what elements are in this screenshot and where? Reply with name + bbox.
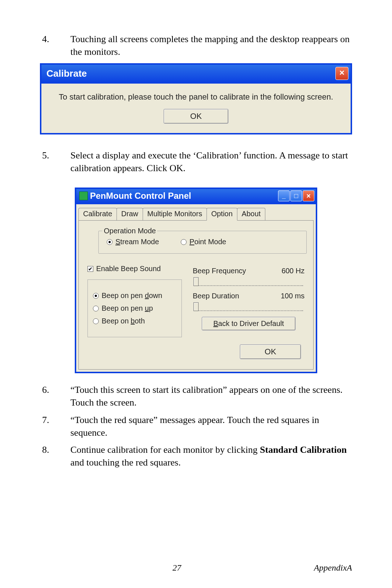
step-5-text: Select a display and execute the ‘Calibr… [70, 149, 352, 174]
calibrate-dialog-message: To start calibration, please touch the p… [49, 92, 343, 102]
checkbox-icon: ✔ [87, 266, 93, 272]
step-6-text: “Touch this screen to start its calibrat… [70, 383, 352, 409]
check-enable-beep-label: Enable Beep Sound [96, 265, 161, 273]
radio-stream-mode[interactable]: Stream Mode [107, 238, 159, 246]
maximize-icon[interactable]: □ [290, 190, 302, 201]
calibrate-ok-button[interactable]: OK [164, 109, 228, 124]
check-enable-beep[interactable]: ✔ Enable Beep Sound [87, 265, 182, 273]
app-icon [79, 192, 88, 200]
radio-icon [93, 306, 99, 311]
group-operation-mode: Operation Mode Stream Mode Point Mode [98, 231, 307, 254]
calibrate-dialog-title: Calibrate [46, 68, 87, 79]
beep-frequency-label: Beep Frequency [193, 267, 246, 275]
penmount-ok-button[interactable]: OK [240, 345, 301, 359]
radio-point-label: Point Mode [189, 238, 226, 246]
radio-beep-both-label: Beep on both [102, 317, 145, 325]
page-number: 27 [40, 563, 314, 573]
slider-beep-duration[interactable] [193, 302, 305, 312]
step-5-num: 5. [40, 149, 70, 174]
section-label: AppendixA [314, 563, 352, 573]
group-operation-mode-label: Operation Mode [102, 227, 157, 235]
radio-stream-label: Stream Mode [115, 238, 159, 246]
radio-icon [107, 239, 113, 245]
radio-beep-pen-up-label: Beep on pen up [102, 304, 153, 313]
step-4-text: Touching all screens completes the mappi… [70, 33, 352, 58]
penmount-window: PenMount Control Panel _ □ × Calibrate D… [75, 188, 317, 373]
minimize-icon[interactable]: _ [278, 190, 290, 201]
radio-icon [93, 293, 99, 299]
step-4-num: 4. [40, 33, 70, 58]
penmount-title: PenMount Control Panel [90, 191, 191, 201]
slider-beep-frequency[interactable] [193, 277, 305, 287]
tab-about[interactable]: About [237, 208, 265, 220]
beep-duration-value: 100 ms [281, 292, 305, 300]
step-8-text: Continue calibration for each monitor by… [70, 443, 352, 469]
radio-icon [93, 318, 99, 324]
back-to-driver-default-button[interactable]: Back to Driver Default [202, 317, 295, 330]
step-6-num: 6. [40, 383, 70, 409]
tab-calibrate[interactable]: Calibrate [78, 208, 117, 220]
slider-thumb-icon [193, 277, 199, 286]
tab-multiple-monitors[interactable]: Multiple Monitors [143, 208, 207, 220]
step-7-text: “Touch the red square” messages appear. … [70, 414, 352, 439]
step-8-num: 8. [40, 443, 70, 469]
beep-duration-label: Beep Duration [193, 292, 239, 300]
radio-point-mode[interactable]: Point Mode [181, 238, 226, 246]
radio-beep-both[interactable]: Beep on both [93, 317, 176, 325]
radio-beep-pen-down-label: Beep on pen down [102, 291, 162, 300]
tab-draw[interactable]: Draw [117, 208, 143, 220]
radio-icon [181, 239, 187, 245]
tab-panel-option: Operation Mode Stream Mode Point Mode [78, 220, 314, 370]
close-icon[interactable]: × [303, 190, 314, 201]
slider-thumb-icon [193, 302, 199, 311]
tab-option[interactable]: Option [207, 208, 237, 221]
radio-beep-pen-down[interactable]: Beep on pen down [93, 291, 176, 300]
group-beep-mode: Beep on pen down Beep on pen up Beep on … [87, 279, 182, 337]
radio-beep-pen-up[interactable]: Beep on pen up [93, 304, 176, 313]
step-7-num: 7. [40, 414, 70, 439]
close-icon[interactable]: × [335, 67, 348, 80]
beep-frequency-value: 600 Hz [282, 267, 305, 275]
calibrate-dialog: Calibrate × To start calibration, please… [40, 63, 352, 134]
